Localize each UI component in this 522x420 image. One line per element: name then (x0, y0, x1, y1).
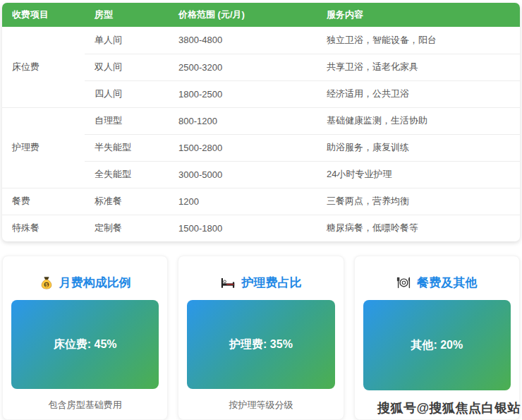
card-caption: 包含房型基础费用 (11, 399, 159, 411)
service-cell: 助浴服务，康复训练 (317, 134, 520, 161)
percentage-block: 床位费: 45% (11, 300, 159, 389)
service-cell: 基础健康监测，生活协助 (317, 107, 520, 134)
price-cell: 800-1200 (169, 107, 317, 134)
room-type-cell: 标准餐 (85, 188, 169, 215)
price-cell: 2500-3200 (169, 54, 317, 80)
card-caption: 按护理等级分级 (187, 399, 334, 411)
price-cell: 1200 (169, 188, 317, 215)
service-cell: 24小时专业护理 (317, 161, 520, 188)
category-cell: 特殊餐 (2, 215, 85, 241)
table-row: 护理费 自理型 800-1200 基础健康监测，生活协助 (2, 107, 520, 134)
price-cell: 1500-1800 (169, 215, 317, 241)
room-type-cell: 定制餐 (85, 215, 169, 241)
percentage-label: 其他: 20% (411, 338, 463, 353)
card-title-text: 餐费及其他 (417, 275, 477, 291)
header-room-type: 房型 (85, 3, 169, 27)
price-cell: 3800-4800 (169, 27, 317, 54)
price-cell: 1500-2800 (169, 134, 317, 161)
category-cell: 床位费 (2, 27, 85, 107)
room-type-cell: 自理型 (85, 107, 169, 134)
pricing-table-card: 收费项目 房型 价格范围 (元/月) 服务内容 床位费 单人间 3800-480… (2, 3, 520, 241)
room-type-cell: 单人间 (85, 27, 169, 54)
category-cell: 护理费 (2, 107, 85, 188)
table-row: 餐费 标准餐 1200 三餐两点，营养均衡 (2, 188, 520, 215)
card-title: 餐费及其他 (363, 275, 511, 291)
service-cell: 独立卫浴，智能设备，阳台 (317, 27, 520, 54)
room-type-cell: 四人间 (85, 80, 169, 107)
stat-card-nursing-ratio: 护理费占比 护理费: 35% 按护理等级分级 (178, 256, 344, 420)
pricing-table: 收费项目 房型 价格范围 (元/月) 服务内容 床位费 单人间 3800-480… (2, 3, 520, 241)
service-cell: 经济适用，公共卫浴 (317, 80, 520, 107)
service-cell: 共享卫浴，适老化家具 (317, 54, 520, 80)
stat-card-meals-other: 餐费及其他 其他: 20% (354, 256, 520, 420)
service-cell: 糖尿病餐，低嘌呤餐等 (317, 215, 520, 241)
table-row: 床位费 单人间 3800-4800 独立卫浴，智能设备，阳台 (2, 27, 520, 54)
price-cell: 1800-2500 (169, 80, 317, 107)
room-type-cell: 全失能型 (85, 161, 169, 188)
card-title-text: 月费构成比例 (59, 275, 131, 291)
table-row: 特殊餐 定制餐 1500-1800 糖尿病餐，低嘌呤餐等 (2, 215, 520, 241)
header-fee-item: 收费项目 (2, 3, 85, 27)
percentage-block: 护理费: 35% (187, 300, 334, 389)
room-type-cell: 双人间 (85, 54, 169, 80)
room-type-cell: 半失能型 (85, 134, 169, 161)
category-cell: 餐费 (2, 188, 85, 215)
price-cell: 3000-5000 (169, 161, 317, 188)
card-caption (363, 400, 511, 411)
card-title: 护理费占比 (187, 275, 334, 291)
table-header: 收费项目 房型 价格范围 (元/月) 服务内容 (2, 3, 520, 27)
card-title-text: 护理费占比 (241, 275, 301, 291)
svg-text:$: $ (45, 282, 48, 287)
card-title: $ 月费构成比例 (11, 275, 159, 291)
percentage-block: 其他: 20% (363, 300, 511, 390)
header-price-range: 价格范围 (元/月) (169, 3, 317, 27)
stat-card-monthly-composition: $ 月费构成比例 床位费: 45% 包含房型基础费用 (2, 256, 168, 420)
stat-cards-row: $ 月费构成比例 床位费: 45% 包含房型基础费用 护理费占比 (2, 256, 520, 420)
service-cell: 三餐两点，营养均衡 (317, 188, 520, 215)
bed-icon (220, 276, 236, 289)
dining-icon (396, 275, 411, 290)
money-bag-icon: $ (40, 276, 54, 290)
header-service: 服务内容 (317, 3, 520, 27)
percentage-label: 护理费: 35% (229, 337, 293, 352)
percentage-label: 床位费: 45% (54, 337, 117, 352)
